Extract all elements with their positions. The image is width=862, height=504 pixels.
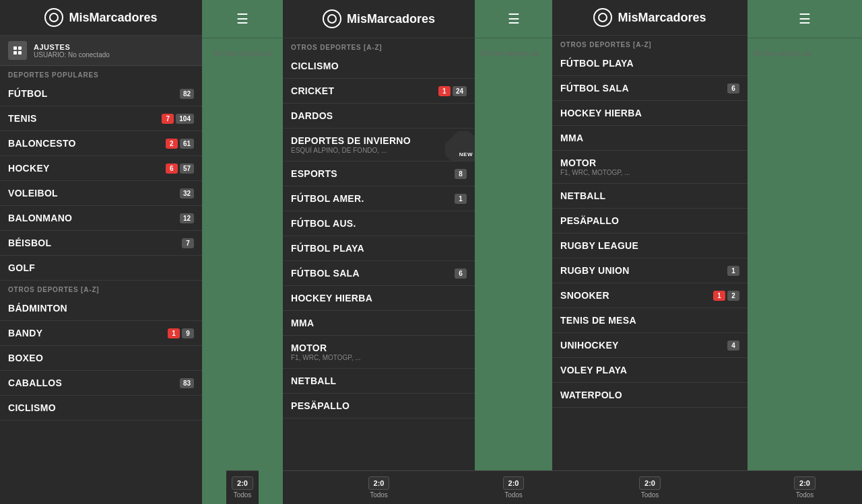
logo-bar-1: MisMarcadores — [0, 0, 202, 36]
svg-rect-0 — [13, 46, 17, 50]
app-name-1: MisMarcadores — [69, 11, 157, 25]
sports-item-futbol-amer[interactable]: FÚTBOL AMER. 1 — [283, 186, 475, 211]
sports-item-motor-3[interactable]: MOTOR F1, WRC, MOTOGP, ... — [552, 151, 748, 184]
sports-item-hockey-hierba-3[interactable]: HOCKEY HIERBA — [552, 101, 748, 126]
sports-item-cricket[interactable]: CRICKET 1 24 — [283, 79, 475, 104]
sports-item-futbol-playa-3[interactable]: FÚTBOL PLAYA — [552, 51, 748, 76]
bottom-label-5: Todos — [796, 491, 814, 499]
bottom-label-1: Todos — [234, 491, 252, 499]
score-badge-2: 2:0 — [368, 476, 390, 490]
sidebar-item-beisbol[interactable]: BÉISBOL 7 — [0, 231, 202, 256]
app-logo-icon-2 — [323, 9, 341, 28]
app-name-2: MisMarcadores — [347, 12, 435, 26]
sports-item-motor[interactable]: MOTOR F1, WRC, MOTOGP, ... — [283, 336, 475, 369]
sports-item-futbol-sala-3[interactable]: FÚTBOL SALA 6 — [552, 76, 748, 101]
score-badge-1: 2:0 — [232, 476, 253, 490]
bottom-label-2: Todos — [370, 491, 388, 499]
sports-list-3-scroll[interactable]: OTROS DEPORTES [A-Z] FÚTBOL PLAYA FÚTBOL… — [552, 36, 748, 470]
sports-item-ciclismo[interactable]: CICLISMO — [283, 54, 475, 79]
sidebar-item-baloncesto[interactable]: BALONCESTO 2 61 — [0, 131, 202, 156]
sidebar-item-voleibol[interactable]: VOLEIBOL 32 — [0, 181, 202, 206]
sidebar-item-badminton[interactable]: BÁDMINTON — [0, 296, 202, 321]
score-badge-5: 2:0 — [794, 476, 816, 490]
sports-item-futbol-sala[interactable]: FÚTBOL SALA 6 — [283, 261, 475, 286]
score-badge-4: 2:0 — [639, 476, 661, 490]
hamburger-bar-1[interactable]: ☰ — [202, 0, 283, 38]
sports-item-waterpolo[interactable]: WATERPOLO — [552, 383, 748, 408]
sports-item-rugby-union[interactable]: RUGBY UNION 1 — [552, 258, 748, 283]
bottom-label-3: Todos — [504, 491, 523, 499]
sidebar-item-caballos[interactable]: CABALLOS 83 — [0, 371, 202, 396]
settings-bar[interactable]: AJUSTES USUARIO: No conectado — [0, 36, 202, 66]
svg-rect-1 — [18, 46, 22, 50]
sports-item-futbol-playa[interactable]: FÚTBOL PLAYA — [283, 236, 475, 261]
panel-hamburger-1: ☰ No hay ningún pa 2:0 Todos — [202, 0, 283, 504]
app-logo-icon — [44, 8, 63, 27]
popular-section-header: DEPORTES POPULARES — [0, 66, 202, 81]
panel-sports-2: MisMarcadores OTROS DEPORTES [A-Z] CICLI… — [283, 0, 475, 504]
other-section-header-1: OTROS DEPORTES [A-Z] — [0, 281, 202, 296]
svg-rect-2 — [13, 51, 17, 55]
sports-item-pesapallo-3[interactable]: PESÄPALLO — [552, 209, 748, 233]
hamburger-bar-2[interactable]: ☰ — [475, 0, 552, 38]
bottom-bar-5[interactable]: 2:0 Todos — [748, 470, 862, 504]
app-logo-icon-3 — [593, 8, 612, 27]
sports-list-2-scroll[interactable]: OTROS DEPORTES [A-Z] CICLISMO CRICKET 1 … — [283, 38, 475, 470]
hamburger-icon-1[interactable]: ☰ — [236, 11, 248, 27]
panel-sports-3: MisMarcadores OTROS DEPORTES [A-Z] FÚTBO… — [552, 0, 748, 504]
sports-item-unihockey[interactable]: UNIHOCKEY 4 — [552, 333, 748, 358]
sidebar-scroll[interactable]: DEPORTES POPULARES FÚTBOL 82 TENIS 7 104… — [0, 66, 202, 504]
app-name-3: MisMarcadores — [618, 11, 706, 25]
bottom-bar-1[interactable]: 2:0 Todos — [226, 470, 259, 504]
sidebar-item-tenis[interactable]: TENIS 7 104 — [0, 106, 202, 131]
sports-item-dardos[interactable]: DARDOS — [283, 104, 475, 129]
bottom-bar-3[interactable]: 2:0 Todos — [475, 470, 552, 504]
sports-item-mma-3[interactable]: MMA — [552, 126, 748, 151]
sports-item-pesapallo[interactable]: PESÄPALLO — [283, 394, 475, 419]
sports-item-tenis-mesa[interactable]: TENIS DE MESA — [552, 308, 748, 333]
logo-bar-2: MisMarcadores — [283, 0, 475, 38]
other-section-header-3: OTROS DEPORTES [A-Z] — [552, 36, 748, 51]
sports-item-esports[interactable]: ESPORTS 8 — [283, 161, 475, 186]
sidebar-item-futbol[interactable]: FÚTBOL 82 — [0, 81, 202, 106]
sports-item-rugby-league[interactable]: RUGBY LEAGUE — [552, 233, 748, 258]
sports-item-deportes-invierno[interactable]: DEPORTES DE INVIERNO ESQUÍ ALPINO, DE FO… — [283, 129, 475, 161]
other-section-header-2: OTROS DEPORTES [A-Z] — [283, 38, 475, 54]
settings-icon — [8, 41, 27, 60]
sports-item-hockey-hierba[interactable]: HOCKEY HIERBA — [283, 286, 475, 311]
sports-item-netball[interactable]: NETBALL — [283, 369, 475, 394]
no-content-1: No hay ningún pa — [208, 38, 277, 470]
sidebar-item-hockey[interactable]: HOCKEY 6 57 — [0, 156, 202, 181]
logo-bar-3: MisMarcadores — [552, 0, 748, 36]
settings-text: AJUSTES USUARIO: No conectado — [34, 43, 110, 59]
sports-item-voley-playa[interactable]: VOLEY PLAYA — [552, 358, 748, 383]
sidebar-item-golf[interactable]: GOLF — [0, 256, 202, 281]
hamburger-icon-3[interactable]: ☰ — [799, 11, 811, 27]
score-badge-3: 2:0 — [503, 476, 525, 490]
sidebar-item-ciclismo-1[interactable]: CICLISMO — [0, 396, 202, 421]
bottom-bar-4[interactable]: 2:0 Todos — [552, 470, 748, 504]
sports-item-mma[interactable]: MMA — [283, 311, 475, 336]
sports-item-futbol-aus[interactable]: FÚTBOL AUS. — [283, 211, 475, 236]
sidebar-item-balonmano[interactable]: BALONMANO 12 — [0, 206, 202, 231]
bottom-bar-2[interactable]: 2:0 Todos — [283, 470, 475, 504]
panel-hamburger-2: ☰ No hay ningún pa 2:0 Todos — [475, 0, 552, 504]
no-content-2: No hay ningún pa — [475, 38, 552, 470]
hamburger-icon-2[interactable]: ☰ — [508, 11, 520, 27]
panel-hamburger-3: ☰ No hay ningún pa 2:0 Todos — [748, 0, 862, 504]
panel-main-sidebar: MisMarcadores AJUSTES USUARIO: No conect… — [0, 0, 202, 504]
sports-item-snooker[interactable]: SNOOKER 1 2 — [552, 283, 748, 308]
svg-rect-3 — [18, 51, 22, 55]
hamburger-bar-3[interactable]: ☰ — [748, 0, 862, 38]
no-content-3: No hay ningún pa — [748, 38, 862, 470]
sports-item-netball-3[interactable]: NETBALL — [552, 184, 748, 209]
bottom-label-4: Todos — [641, 491, 659, 499]
sidebar-item-boxeo[interactable]: BOXEO — [0, 346, 202, 371]
sidebar-item-bandy[interactable]: BANDY 1 9 — [0, 321, 202, 346]
new-badge-container: NEW — [445, 131, 475, 161]
